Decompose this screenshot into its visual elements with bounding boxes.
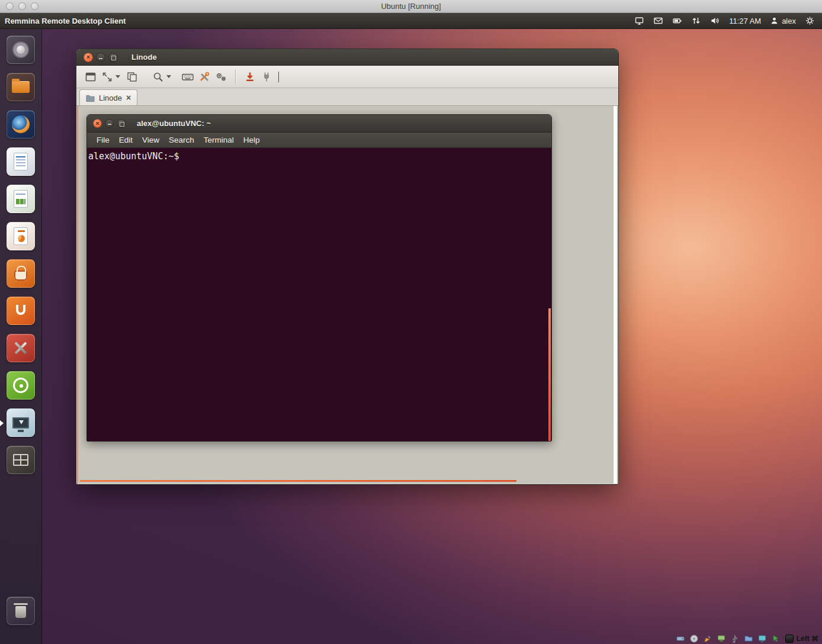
- launcher-trash[interactable]: [7, 597, 35, 625]
- running-indicator-arrow: [0, 420, 4, 426]
- launcher-update-manager[interactable]: [7, 371, 35, 400]
- terminal-screen[interactable]: alex@ubuntuVNC:~$: [87, 148, 551, 441]
- hostkey-label: Left ⌘: [797, 635, 818, 643]
- vbox-cd-icon[interactable]: [690, 634, 699, 643]
- remmina-titlebar[interactable]: × Linode: [76, 49, 618, 66]
- ubuntu-swirl-icon: [13, 378, 28, 393]
- disconnect-button[interactable]: [242, 69, 258, 85]
- launcher-workspace-switcher[interactable]: [7, 446, 35, 474]
- terminal-titlebar[interactable]: × alex@ubuntuVNC: ~: [87, 115, 551, 133]
- remmina-maximize-button[interactable]: [108, 53, 118, 62]
- ubuntu-top-panel: Remmina Remote Desktop Client 11:27 AM: [0, 13, 822, 29]
- terminal-maximize-button[interactable]: [117, 119, 126, 128]
- menu-view[interactable]: View: [137, 136, 164, 144]
- launcher-dash-home[interactable]: [7, 36, 35, 64]
- terminal-window-title: alex@ubuntuVNC: ~: [137, 119, 211, 128]
- network-updown-icon[interactable]: [691, 16, 701, 25]
- launcher-remmina[interactable]: [7, 408, 35, 437]
- terminal-close-button[interactable]: ×: [93, 119, 102, 128]
- vbox-display-icon[interactable]: [758, 634, 767, 643]
- remmina-tabbar: Linode ×: [76, 88, 618, 106]
- fullscreen-button[interactable]: [82, 69, 99, 85]
- launcher-libreoffice-calc[interactable]: [7, 185, 35, 213]
- crossed-tools-icon: [12, 339, 30, 357]
- remote-view-scrollbar[interactable]: [613, 106, 617, 484]
- remmina-toolbar: [76, 66, 618, 88]
- launcher-libreoffice-impress[interactable]: [7, 222, 35, 250]
- ubuntu-dash-icon: [12, 41, 29, 58]
- launcher-files[interactable]: [7, 73, 35, 101]
- vbox-mouse-integration-icon[interactable]: [772, 634, 781, 643]
- terminal-minimize-button[interactable]: [105, 119, 114, 128]
- remmina-monitor-icon: [12, 417, 29, 429]
- vbox-hdd-icon[interactable]: [676, 634, 685, 643]
- terminal-window: × alex@ubuntuVNC: ~ File Edit View Searc…: [86, 114, 552, 442]
- zoom-button[interactable]: [150, 69, 166, 85]
- writer-document-icon: [14, 153, 28, 170]
- launcher-system-settings[interactable]: [7, 334, 35, 362]
- menu-edit[interactable]: Edit: [114, 136, 137, 144]
- grab-keyboard-button[interactable]: [179, 69, 196, 85]
- toolbar-text-caret: [278, 72, 279, 82]
- trash-icon: [15, 606, 26, 618]
- panel-app-title: Remmina Remote Desktop Client: [0, 17, 126, 25]
- zoom-dropdown-caret[interactable]: [166, 75, 171, 78]
- vbox-recording-icon[interactable]: [704, 634, 712, 643]
- unity-launcher: [0, 29, 42, 644]
- vbox-usb-icon[interactable]: [731, 634, 740, 643]
- shopping-bag-icon: [14, 271, 27, 281]
- menu-file[interactable]: File: [92, 136, 114, 144]
- vbox-network-icon[interactable]: [717, 634, 726, 643]
- workspace-grid-icon: [13, 454, 28, 466]
- duplicate-connection-button[interactable]: [124, 69, 140, 85]
- user-name: alex: [782, 17, 796, 25]
- remote-desktop-view[interactable]: × alex@ubuntuVNC: ~ File Edit View Searc…: [77, 106, 618, 484]
- scale-window-button[interactable]: [99, 69, 115, 85]
- firefox-icon: [12, 115, 30, 133]
- screen: Ubuntu [Running] Remmina Remote Desktop …: [0, 0, 822, 644]
- user-indicator[interactable]: alex: [770, 16, 796, 25]
- menu-search[interactable]: Search: [164, 136, 199, 144]
- terminal-prompt: alex@ubuntuVNC:~$: [88, 151, 179, 162]
- launcher-ubuntu-one[interactable]: [7, 297, 35, 325]
- session-gear-icon[interactable]: [805, 16, 815, 25]
- launcher-software-center[interactable]: [7, 259, 35, 288]
- menu-terminal[interactable]: Terminal: [199, 136, 239, 144]
- remmina-window-title: Linode: [131, 53, 157, 62]
- remmina-minimize-button[interactable]: [96, 53, 105, 62]
- remmina-close-button[interactable]: ×: [84, 53, 93, 62]
- hostkey-icon: [785, 635, 794, 643]
- launcher-libreoffice-writer[interactable]: [7, 147, 35, 176]
- scale-dropdown-caret[interactable]: [115, 75, 120, 78]
- panel-indicators: 11:27 AM alex: [634, 16, 822, 25]
- tab-close-button[interactable]: ×: [126, 94, 131, 102]
- vbox-sharedfolder-icon[interactable]: [744, 634, 753, 643]
- volume-icon[interactable]: [710, 16, 720, 25]
- vm-window-title: Ubuntu [Running]: [0, 2, 822, 11]
- clock-time: 11:27 AM: [729, 17, 761, 25]
- calc-spreadsheet-icon: [14, 190, 28, 208]
- user-icon: [770, 16, 779, 25]
- vm-window-titlebar: Ubuntu [Running]: [0, 0, 822, 13]
- battery-icon[interactable]: [672, 16, 682, 25]
- render-artifact-horizontal: [80, 480, 516, 482]
- clock-indicator[interactable]: 11:27 AM: [729, 17, 761, 25]
- launcher-firefox[interactable]: [7, 110, 35, 139]
- messaging-mail-icon[interactable]: [653, 16, 663, 25]
- impress-presentation-icon: [14, 227, 28, 245]
- ubuntu-one-icon: [16, 305, 25, 315]
- menu-help[interactable]: Help: [239, 136, 265, 144]
- vbox-statusbar: Left ⌘: [676, 634, 818, 643]
- tab-linode[interactable]: Linode ×: [79, 89, 137, 105]
- tab-label: Linode: [99, 94, 122, 102]
- terminal-menubar: File Edit View Search Terminal Help: [87, 133, 551, 148]
- plug-connection-button[interactable]: [258, 69, 275, 85]
- tab-folder-icon: [86, 94, 95, 102]
- preferences-tools-button[interactable]: [196, 69, 213, 85]
- vbox-hostkey-indicator[interactable]: Left ⌘: [785, 635, 818, 643]
- remote-indicator-icon[interactable]: [634, 16, 644, 25]
- render-artifact-vertical: [548, 308, 551, 441]
- settings-gears-button[interactable]: [213, 69, 229, 85]
- remmina-window: × Linode: [76, 49, 619, 485]
- folder-icon: [12, 81, 30, 93]
